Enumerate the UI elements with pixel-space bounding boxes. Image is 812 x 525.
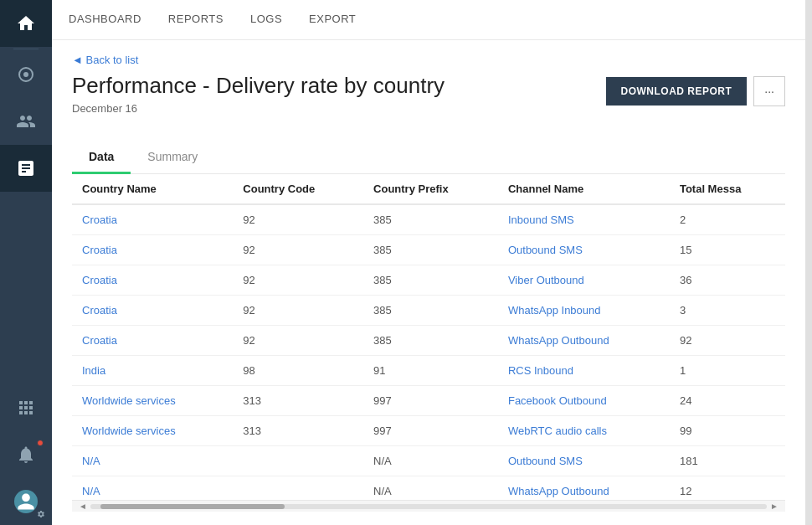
sidebar-item-home[interactable] [0,0,52,47]
table-row: Croatia92385Viber Outbound36 [72,265,785,296]
cell-country_prefix: 385 [363,235,498,265]
cell-country_code: 92 [233,326,363,356]
title-row: Performance - Delivery rate by country D… [72,73,785,128]
cell-total_messages: 15 [670,235,785,265]
nav-dashboard[interactable]: DASHBOARD [69,1,141,39]
sidebar [0,0,52,525]
cell-country_prefix: 385 [363,204,498,235]
cell-channel_name: WebRTC audio calls [498,416,670,446]
table-header: Country Name Country Code Country Prefix… [72,174,785,204]
cell-country_name: Croatia [72,204,233,235]
cell-total_messages: 92 [670,326,785,356]
cell-country_prefix: 997 [363,386,498,416]
cell-channel_name: Viber Outbound [498,265,670,296]
cell-country_prefix: 997 [363,416,498,446]
page-title: Performance - Delivery rate by country [72,73,445,99]
cell-channel_name: Outbound SMS [498,446,670,476]
svg-point-1 [23,72,28,77]
sidebar-item-apps[interactable] [0,384,52,431]
cell-total_messages: 12 [670,476,785,501]
avatar [14,490,38,513]
cell-country_prefix: N/A [363,476,498,501]
cell-country_prefix: N/A [363,446,498,476]
cell-country_name: Croatia [72,265,233,296]
cell-channel_name: Inbound SMS [498,204,670,235]
data-table-wrapper[interactable]: Country Name Country Code Country Prefix… [72,174,785,500]
cell-country_name: Worldwide services [72,416,233,446]
sidebar-item-user[interactable] [0,478,52,525]
download-report-button[interactable]: DOWNLOAD REPORT [606,77,748,106]
cell-country_name: N/A [72,446,233,476]
scroll-left-arrow[interactable]: ◄ [75,502,90,511]
cell-total_messages: 36 [670,265,785,296]
cell-country_code: 92 [233,265,363,296]
cell-country_code: 92 [233,204,363,235]
title-section: Performance - Delivery rate by country D… [72,73,445,128]
table-row: Croatia92385Outbound SMS15 [72,235,785,265]
scroll-thumb[interactable] [100,504,285,509]
cell-total_messages: 2 [670,204,785,235]
table-row: India9891RCS Inbound1 [72,356,785,386]
cell-country_code [233,446,363,476]
scroll-track[interactable] [90,504,767,509]
cell-country_code: 98 [233,356,363,386]
cell-country_prefix: 385 [363,296,498,326]
tab-summary[interactable]: Summary [131,142,214,174]
col-total-messages: Total Messa [670,174,785,204]
cell-channel_name: WhatsApp Outbound [498,476,670,501]
cell-country_code: 313 [233,416,363,446]
table-row: Worldwide services313997WebRTC audio cal… [72,416,785,446]
main-content: DASHBOARD REPORTS LOGS EXPORT ◄ Back to … [52,0,805,525]
tab-data[interactable]: Data [72,142,131,174]
data-table: Country Name Country Code Country Prefix… [72,174,785,500]
sidebar-item-circle[interactable] [0,51,52,98]
col-channel-name: Channel Name [498,174,670,204]
cell-channel_name: WhatsApp Outbound [498,326,670,356]
cell-country_code: 313 [233,386,363,416]
settings-icon [37,510,45,518]
scroll-right-arrow[interactable]: ► [767,502,782,511]
cell-total_messages: 3 [670,296,785,326]
col-country-prefix: Country Prefix [363,174,498,204]
notification-badge [37,440,44,446]
nav-export[interactable]: EXPORT [309,1,356,39]
sidebar-divider [13,49,39,49]
table-row: N/AN/AOutbound SMS181 [72,446,785,476]
table-row: Croatia92385Inbound SMS2 [72,204,785,235]
back-link[interactable]: ◄ Back to list [72,54,785,66]
cell-channel_name: RCS Inbound [498,356,670,386]
table-row: Croatia92385WhatsApp Outbound92 [72,326,785,356]
cell-total_messages: 24 [670,386,785,416]
col-country-code: Country Code [233,174,363,204]
cell-channel_name: Facebook Outbound [498,386,670,416]
cell-country_code: 92 [233,296,363,326]
tab-bar: Data Summary [72,142,785,174]
horizontal-scrollbar[interactable]: ◄ ► [72,500,785,512]
sidebar-item-people[interactable] [0,98,52,145]
nav-logs[interactable]: LOGS [250,1,282,39]
cell-country_code: 92 [233,235,363,265]
cell-country_name: Croatia [72,326,233,356]
cell-country_code [233,476,363,501]
table-row: Worldwide services313997Facebook Outboun… [72,386,785,416]
cell-country_prefix: 385 [363,326,498,356]
cell-total_messages: 1 [670,356,785,386]
cell-country_name: Croatia [72,296,233,326]
action-buttons: DOWNLOAD REPORT ··· [606,76,786,106]
more-options-button[interactable]: ··· [753,76,785,106]
cell-country_prefix: 91 [363,356,498,386]
vertical-scrollbar[interactable] [805,0,812,525]
cell-country_prefix: 385 [363,265,498,296]
cell-total_messages: 99 [670,416,785,446]
table-row: N/AN/AWhatsApp Outbound12 [72,476,785,501]
cell-country_name: India [72,356,233,386]
table-body: Croatia92385Inbound SMS2Croatia92385Outb… [72,204,785,500]
sidebar-item-notifications[interactable] [0,431,52,478]
cell-channel_name: Outbound SMS [498,235,670,265]
cell-channel_name: WhatsApp Inbound [498,296,670,326]
top-navigation: DASHBOARD REPORTS LOGS EXPORT [52,0,805,40]
nav-reports[interactable]: REPORTS [168,1,224,39]
cell-country_name: N/A [72,476,233,501]
cell-total_messages: 181 [670,446,785,476]
sidebar-item-analytics[interactable] [0,145,52,192]
